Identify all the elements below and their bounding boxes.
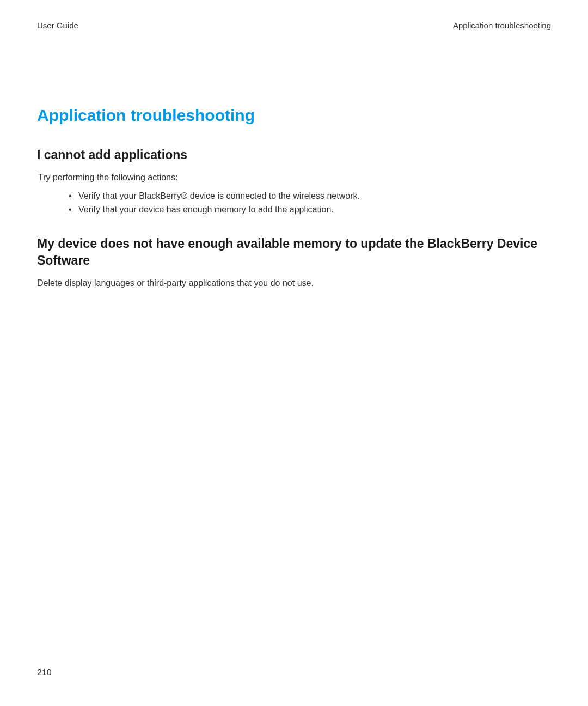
page-title: Application troubleshooting	[37, 106, 551, 125]
troubleshoot-bullet-list: Verify that your BlackBerry® device is c…	[69, 190, 551, 217]
list-item: Verify that your device has enough memor…	[69, 203, 551, 217]
header-left: User Guide	[37, 21, 78, 30]
list-item: Verify that your BlackBerry® device is c…	[69, 190, 551, 203]
section-heading-memory: My device does not have enough available…	[37, 235, 551, 269]
section-body-memory: Delete display languages or third-party …	[37, 277, 551, 290]
section-heading-cannot-add: I cannot add applications	[37, 147, 551, 163]
header-right: Application troubleshooting	[453, 21, 551, 30]
page-header: User Guide Application troubleshooting	[37, 21, 551, 30]
page-number: 210	[37, 668, 52, 678]
section-intro-text: Try performing the following actions:	[38, 171, 551, 184]
